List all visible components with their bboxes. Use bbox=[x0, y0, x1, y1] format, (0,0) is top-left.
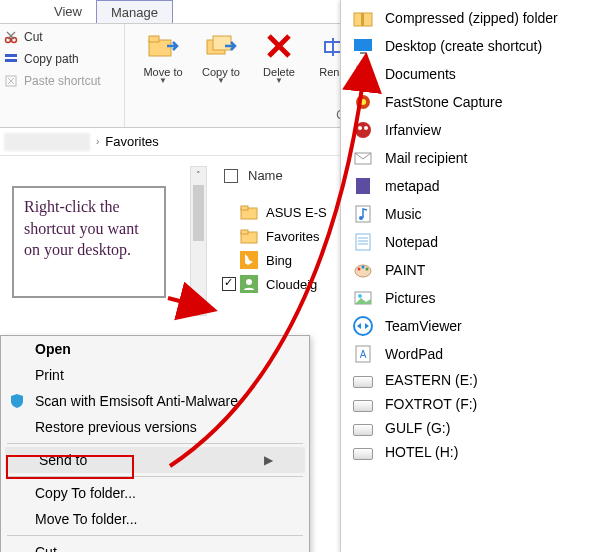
sendto-item-irfanview[interactable]: Irfanview bbox=[341, 116, 590, 144]
list-item[interactable]: Favorites bbox=[240, 224, 327, 248]
svg-point-17 bbox=[246, 279, 252, 285]
sendto-label: Compressed (zipped) folder bbox=[385, 10, 558, 26]
menu-copy-to-folder[interactable]: Copy To folder... bbox=[1, 480, 309, 506]
file-name: Favorites bbox=[266, 229, 319, 244]
folder-icon bbox=[240, 203, 258, 221]
menu-move-to-folder[interactable]: Move To folder... bbox=[1, 506, 309, 532]
delete-icon bbox=[261, 28, 297, 64]
menu-open[interactable]: Open bbox=[1, 336, 309, 362]
sendto-item-notepad[interactable]: Notepad bbox=[341, 228, 590, 256]
select-all-checkbox[interactable] bbox=[224, 169, 238, 183]
menu-send-to[interactable]: Send to ▶ bbox=[5, 447, 305, 473]
copy-path-button[interactable]: Copy path bbox=[4, 52, 120, 66]
sendto-item-mail[interactable]: Mail recipient bbox=[341, 144, 590, 172]
svg-point-29 bbox=[355, 122, 371, 138]
copy-path-icon bbox=[4, 52, 18, 66]
menu-restore[interactable]: Restore previous versions bbox=[1, 414, 309, 440]
menu-print[interactable]: Print bbox=[1, 362, 309, 388]
sendto-item-drive-h[interactable]: HOTEL (H:) bbox=[341, 440, 590, 464]
sendto-item-wordpad[interactable]: A WordPad bbox=[341, 340, 590, 368]
tab-view[interactable]: View bbox=[40, 0, 96, 23]
teamviewer-icon bbox=[353, 316, 373, 336]
delete-button[interactable]: Delete ▼ bbox=[255, 28, 303, 110]
copy-path-label: Copy path bbox=[24, 52, 79, 66]
svg-point-30 bbox=[358, 126, 362, 130]
sendto-label: PAINT bbox=[385, 262, 425, 278]
sendto-item-desktop[interactable]: Desktop (create shortcut) bbox=[341, 32, 590, 60]
svg-point-31 bbox=[364, 126, 368, 130]
sendto-item-paint[interactable]: PAINT bbox=[341, 256, 590, 284]
sendto-item-drive-f[interactable]: FOXTROT (F:) bbox=[341, 392, 590, 416]
documents-icon bbox=[353, 64, 373, 84]
svg-rect-2 bbox=[5, 54, 17, 57]
sendto-label: Music bbox=[385, 206, 422, 222]
sendto-item-drive-e[interactable]: EASTERN (E:) bbox=[341, 368, 590, 392]
drive-icon bbox=[353, 448, 373, 460]
menu-cut[interactable]: Cut bbox=[1, 539, 309, 552]
shield-icon bbox=[9, 393, 25, 409]
pictures-icon bbox=[353, 288, 373, 308]
sendto-label: Pictures bbox=[385, 290, 436, 306]
sendto-item-zip[interactable]: Compressed (zipped) folder bbox=[341, 4, 590, 32]
sendto-item-music[interactable]: Music bbox=[341, 200, 590, 228]
chevron-down-icon: ▼ bbox=[159, 76, 167, 85]
wordpad-icon: A bbox=[353, 344, 373, 364]
file-name: Cloudeig bbox=[266, 277, 317, 292]
cut-icon bbox=[4, 30, 18, 44]
column-header[interactable]: Name bbox=[224, 168, 283, 183]
tab-manage[interactable]: Manage bbox=[96, 0, 173, 23]
menu-separator bbox=[7, 443, 303, 444]
sendto-item-metapad[interactable]: metapad bbox=[341, 172, 590, 200]
column-name-label: Name bbox=[248, 168, 283, 183]
metapad-icon bbox=[353, 176, 373, 196]
sendto-item-documents[interactable]: Documents bbox=[341, 60, 590, 88]
mail-icon bbox=[353, 148, 373, 168]
bing-icon bbox=[240, 251, 258, 269]
sendto-submenu: Compressed (zipped) folder Desktop (crea… bbox=[340, 0, 590, 552]
cut-label: Cut bbox=[24, 30, 43, 44]
submenu-arrow-icon: ▶ bbox=[264, 453, 273, 467]
drive-icon bbox=[353, 400, 373, 412]
scroll-up-icon[interactable]: ˄ bbox=[191, 167, 206, 183]
faststone-icon bbox=[353, 92, 373, 112]
chevron-down-icon: ▼ bbox=[275, 76, 283, 85]
sendto-label: Documents bbox=[385, 66, 456, 82]
sendto-item-pictures[interactable]: Pictures bbox=[341, 284, 590, 312]
move-to-button[interactable]: Move to ▼ bbox=[139, 28, 187, 110]
context-menu: Open Print Scan with Emsisoft Anti-Malwa… bbox=[0, 335, 310, 552]
svg-rect-12 bbox=[241, 206, 248, 210]
item-checkbox[interactable] bbox=[222, 277, 236, 291]
svg-rect-3 bbox=[5, 59, 17, 62]
notepad-icon bbox=[353, 232, 373, 252]
svg-point-45 bbox=[358, 294, 362, 298]
sendto-label: WordPad bbox=[385, 346, 443, 362]
copy-to-button[interactable]: Copy to ▼ bbox=[197, 28, 245, 110]
move-to-icon bbox=[145, 28, 181, 64]
music-icon bbox=[353, 204, 373, 224]
sendto-item-drive-g[interactable]: GULF (G:) bbox=[341, 416, 590, 440]
sendto-label: metapad bbox=[385, 178, 439, 194]
paste-shortcut-label: Paste shortcut bbox=[24, 74, 101, 88]
menu-separator bbox=[7, 535, 303, 536]
drive-icon bbox=[353, 424, 373, 436]
list-item[interactable]: Bing bbox=[240, 248, 327, 272]
breadcrumb-favorites[interactable]: Favorites bbox=[105, 134, 158, 149]
sendto-label: Desktop (create shortcut) bbox=[385, 38, 542, 54]
svg-rect-36 bbox=[356, 234, 370, 250]
scroll-thumb[interactable] bbox=[193, 185, 204, 241]
list-item-selected[interactable]: Cloudeig bbox=[240, 272, 327, 296]
sendto-label: GULF (G:) bbox=[385, 420, 450, 436]
svg-rect-19 bbox=[361, 13, 364, 26]
svg-point-41 bbox=[358, 268, 361, 271]
list-item[interactable]: ASUS E-S bbox=[240, 200, 327, 224]
sendto-item-teamviewer[interactable]: TeamViewer bbox=[341, 312, 590, 340]
cut-button[interactable]: Cut bbox=[4, 30, 120, 44]
menu-scan[interactable]: Scan with Emsisoft Anti-Malware bbox=[1, 388, 309, 414]
paste-shortcut-button: Paste shortcut bbox=[4, 74, 120, 88]
svg-point-42 bbox=[362, 266, 365, 269]
scroll-down-icon[interactable]: ˅ bbox=[191, 299, 206, 315]
svg-rect-6 bbox=[149, 36, 159, 42]
sendto-item-faststone[interactable]: FastStone Capture bbox=[341, 88, 590, 116]
paste-shortcut-icon bbox=[4, 74, 18, 88]
scrollbar[interactable]: ˄ ˅ bbox=[190, 166, 207, 316]
